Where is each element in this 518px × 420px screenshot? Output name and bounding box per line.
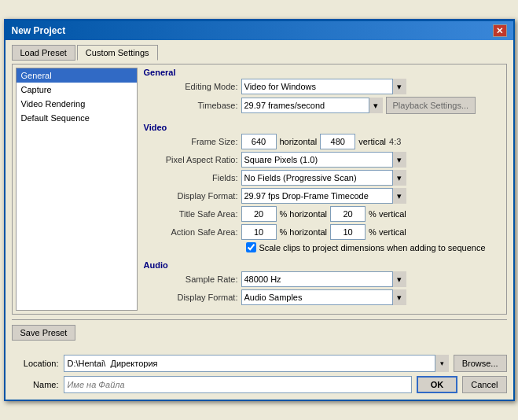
main-area: General Capture Video Rendering Default … xyxy=(12,64,507,315)
dialog-new-project: New Project ✕ Load Preset Custom Setting… xyxy=(4,19,515,401)
action-safe-label: Action Safe Area: xyxy=(144,227,238,237)
tab-load-preset[interactable]: Load Preset xyxy=(12,45,75,61)
dialog-body: Load Preset Custom Settings General Capt… xyxy=(6,40,513,319)
sample-rate-select[interactable]: 48000 Hz xyxy=(241,271,406,287)
tab-custom-settings[interactable]: Custom Settings xyxy=(77,45,158,61)
action-safe-h-input[interactable] xyxy=(241,224,277,240)
location-input[interactable] xyxy=(64,355,449,372)
sample-rate-select-wrapper: 48000 Hz ▾ xyxy=(241,271,406,287)
section-general: General Editing Mode: Video for Windows … xyxy=(144,68,503,116)
editing-mode-select[interactable]: Video for Windows xyxy=(241,79,406,94)
frame-width-input[interactable] xyxy=(241,134,277,149)
scale-checkbox-label: Scale clips to project dimensions when a… xyxy=(259,243,486,252)
fields-select-wrapper: No Fields (Progressive Scan) ▾ xyxy=(241,170,406,186)
general-section-label: General xyxy=(144,68,503,77)
display-format-select[interactable]: 29.97 fps Drop-Frame Timecode xyxy=(241,188,406,204)
display-format-select-wrapper: 29.97 fps Drop-Frame Timecode ▾ xyxy=(241,188,406,204)
settings-content: General Editing Mode: Video for Windows … xyxy=(144,68,503,311)
audio-section-label: Audio xyxy=(144,260,503,270)
timebase-select-wrapper: 29.97 frames/second ▾ xyxy=(241,98,383,113)
section-audio: Audio Sample Rate: 48000 Hz ▾ Display Fo… xyxy=(144,260,503,308)
dialog-title: New Project xyxy=(12,25,66,36)
fields-select[interactable]: No Fields (Progressive Scan) xyxy=(241,170,406,186)
ratio-label: 4:3 xyxy=(389,137,401,146)
ok-button[interactable]: OK xyxy=(417,376,458,393)
sidebar-item-default-sequence[interactable]: Default Sequence xyxy=(17,111,137,125)
title-safe-percent-h: % horizontal xyxy=(280,209,328,219)
sidebar-item-general[interactable]: General xyxy=(17,68,137,83)
action-safe-percent-v: % vertical xyxy=(369,227,406,237)
location-label: Location: xyxy=(12,359,59,368)
audio-display-format-select-wrapper: Audio Samples ▾ xyxy=(241,289,406,305)
close-button[interactable]: ✕ xyxy=(493,24,507,37)
editing-mode-label: Editing Mode: xyxy=(144,82,238,91)
tabs-bar: Load Preset Custom Settings xyxy=(12,45,507,61)
audio-display-format-select[interactable]: Audio Samples xyxy=(241,289,406,305)
save-preset-button[interactable]: Save Preset xyxy=(12,325,76,341)
timebase-label: Timebase: xyxy=(144,101,238,110)
title-bar: New Project ✕ xyxy=(6,21,513,40)
fields-label: Fields: xyxy=(144,173,238,182)
location-dropdown-arrow[interactable]: ▾ xyxy=(435,355,449,372)
title-safe-percent-v: % vertical xyxy=(369,209,406,219)
browse-button[interactable]: Browse... xyxy=(454,355,507,372)
location-input-wrapper: ▾ xyxy=(64,355,449,372)
frame-size-label: Frame Size: xyxy=(144,137,238,146)
sidebar: General Capture Video Rendering Default … xyxy=(16,68,138,311)
location-row: Location: ▾ Browse... xyxy=(12,355,507,372)
name-input[interactable] xyxy=(64,376,412,393)
bottom-area: Location: ▾ Browse... Name: OK Cancel xyxy=(6,352,513,400)
fields-row: Fields: No Fields (Progressive Scan) ▾ xyxy=(144,170,503,186)
editing-mode-row: Editing Mode: Video for Windows ▾ xyxy=(144,79,503,94)
scale-checkbox[interactable] xyxy=(246,242,256,252)
display-format-label: Display Format: xyxy=(144,191,238,201)
cancel-button[interactable]: Cancel xyxy=(462,376,506,393)
pixel-aspect-select-wrapper: Square Pixels (1.0) ▾ xyxy=(241,152,406,168)
title-safe-row: Title Safe Area: % horizontal % vertical xyxy=(144,206,503,222)
action-safe-percent-h: % horizontal xyxy=(280,227,328,237)
sample-rate-row: Sample Rate: 48000 Hz ▾ xyxy=(144,271,503,287)
video-section-label: Video xyxy=(144,123,503,132)
audio-display-format-label: Display Format: xyxy=(144,293,238,302)
audio-display-format-row: Display Format: Audio Samples ▾ xyxy=(144,289,503,305)
frame-height-input[interactable] xyxy=(320,134,355,149)
timebase-select[interactable]: 29.97 frames/second xyxy=(241,98,383,113)
editing-mode-select-wrapper: Video for Windows ▾ xyxy=(241,79,406,94)
vertical-label: vertical xyxy=(358,137,386,146)
sidebar-item-video-rendering[interactable]: Video Rendering xyxy=(17,97,137,111)
title-safe-label: Title Safe Area: xyxy=(144,209,238,219)
name-row: Name: OK Cancel xyxy=(12,376,507,393)
sample-rate-label: Sample Rate: xyxy=(144,274,238,284)
title-safe-v-input[interactable] xyxy=(330,206,366,222)
scale-checkbox-row: Scale clips to project dimensions when a… xyxy=(144,242,503,252)
pixel-aspect-select[interactable]: Square Pixels (1.0) xyxy=(241,152,406,168)
action-safe-row: Action Safe Area: % horizontal % vertica… xyxy=(144,224,503,240)
pixel-aspect-label: Pixel Aspect Ratio: xyxy=(144,155,238,164)
name-label: Name: xyxy=(12,380,59,389)
action-safe-v-input[interactable] xyxy=(330,224,366,240)
sidebar-item-capture[interactable]: Capture xyxy=(17,83,137,97)
timebase-row: Timebase: 29.97 frames/second ▾ Playback… xyxy=(144,97,503,114)
playback-settings-button[interactable]: Playback Settings... xyxy=(386,97,476,114)
bottom-divider: Save Preset xyxy=(12,319,507,352)
horizontal-label: horizontal xyxy=(280,137,318,146)
pixel-aspect-row: Pixel Aspect Ratio: Square Pixels (1.0) … xyxy=(144,152,503,168)
title-safe-h-input[interactable] xyxy=(241,206,277,222)
section-video: Video Frame Size: horizontal vertical 4:… xyxy=(144,123,503,254)
frame-size-row: Frame Size: horizontal vertical 4:3 xyxy=(144,134,503,149)
display-format-row: Display Format: 29.97 fps Drop-Frame Tim… xyxy=(144,188,503,204)
